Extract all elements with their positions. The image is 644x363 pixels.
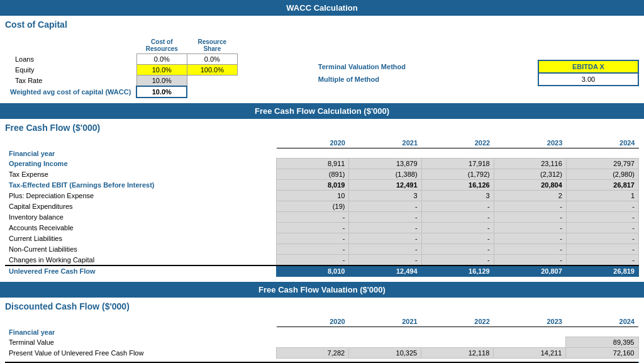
wacc-table: Cost of Resources Resource Share Loans 0… bbox=[5, 37, 238, 98]
val-row-terminal: Terminal Value 89,395 bbox=[5, 337, 638, 348]
ar-2020: - bbox=[277, 223, 349, 233]
fcf-year-2022: 2022 bbox=[421, 138, 494, 148]
fcf-label-empty bbox=[5, 138, 277, 148]
te-2021: (1,388) bbox=[349, 169, 421, 180]
fcf-row-capex: Capital Expenditures (19) - - - - bbox=[5, 201, 639, 212]
valuation-section-title: Discounted Cash Flow ($'000) bbox=[0, 298, 644, 314]
fcf-section-header: Free Cash Flow Calculation ($'000) bbox=[0, 103, 644, 119]
val-fy-blank-3 bbox=[494, 327, 566, 337]
tv-2024: 89,395 bbox=[566, 337, 638, 348]
terminal-value-2[interactable]: 3.00 bbox=[538, 73, 638, 86]
ncl-2021: - bbox=[349, 244, 421, 255]
terminal-row-1: Terminal Valuation Method EBITDA X bbox=[313, 60, 638, 73]
fy-blank-3 bbox=[494, 148, 566, 159]
equity-share[interactable]: 100.0% bbox=[187, 65, 237, 75]
ulfcf-2023: 20,807 bbox=[494, 265, 566, 277]
dep-2023: 2 bbox=[494, 191, 566, 201]
wacc-row-tax: Tax Rate 10.0% bbox=[5, 75, 237, 87]
inv-2022: - bbox=[421, 212, 494, 223]
cl-2020: - bbox=[277, 233, 349, 244]
wacc-col-header-2: Resource Share bbox=[187, 37, 237, 54]
wacc-cost[interactable]: 10.0% bbox=[136, 86, 187, 98]
val-fy-blank-4 bbox=[566, 327, 638, 337]
terminal-label-2: Multiple of Method bbox=[313, 73, 538, 86]
wacc-right-panel: Terminal Valuation Method EBITDA X Multi… bbox=[263, 35, 639, 98]
capex-2024: - bbox=[566, 201, 638, 212]
ebit-2020: 8,019 bbox=[277, 180, 349, 191]
val-label-empty bbox=[5, 316, 277, 327]
fy-blank-4 bbox=[566, 148, 638, 159]
val-financial-year-label: Financial year bbox=[5, 327, 277, 337]
val-row-financial-year: Financial year bbox=[5, 327, 638, 337]
wacc-row-loans: Loans 0.0% 0.0% bbox=[5, 54, 237, 65]
pv-2021: 10,325 bbox=[349, 348, 421, 359]
inventory-label: Inventory balance bbox=[5, 212, 277, 223]
ar-label: Accounts Receivable bbox=[5, 223, 277, 233]
capex-2020: (19) bbox=[277, 201, 349, 212]
loans-cost[interactable]: 0.0% bbox=[136, 54, 187, 65]
fcf-row-financial-year: Financial year bbox=[5, 148, 639, 159]
val-year-2024: 2024 bbox=[566, 316, 638, 327]
capex-label: Capital Expenditures bbox=[5, 201, 277, 212]
valuation-section: Free Cash Flow Valuation ($'000) Discoun… bbox=[0, 282, 644, 363]
pv-2020: 7,282 bbox=[277, 348, 349, 359]
tax-expense-label: Tax Expense bbox=[5, 169, 277, 180]
cl-label: Current Liabilities bbox=[5, 233, 277, 244]
fcf-year-header-row: 2020 2021 2022 2023 2024 bbox=[5, 138, 639, 148]
tv-2021 bbox=[349, 337, 421, 348]
val-fy-blank-0 bbox=[277, 327, 349, 337]
dep-2020: 10 bbox=[277, 191, 349, 201]
val-row-pv: Present Value of Unlevered Free Cash Flo… bbox=[5, 348, 638, 359]
operating-income-label: Operating Income bbox=[5, 159, 277, 169]
terminal-value-1[interactable]: EBITDA X bbox=[538, 60, 638, 73]
fcf-section: Free Cash Flow Calculation ($'000) Free … bbox=[0, 103, 644, 282]
oi-2020: 8,911 bbox=[277, 159, 349, 169]
fcf-row-ulfcf: Unlevered Free Cash Flow 8,010 12,494 16… bbox=[5, 265, 639, 277]
equity-label: Equity bbox=[5, 65, 136, 75]
fy-blank-0 bbox=[277, 148, 349, 159]
fcf-year-2023: 2023 bbox=[494, 138, 566, 148]
cl-2024: - bbox=[566, 233, 638, 244]
wacc-section-header: WACC Calculation bbox=[0, 0, 644, 16]
fcf-row-depreciation: Plus: Depreciation Expense 10 3 3 2 1 bbox=[5, 191, 639, 201]
dep-2021: 3 bbox=[349, 191, 421, 201]
tv-2020 bbox=[277, 337, 349, 348]
terminal-label-1: Terminal Valuation Method bbox=[313, 60, 538, 73]
pv-label: Present Value of Unlevered Free Cash Flo… bbox=[5, 348, 277, 359]
tv-2022 bbox=[421, 337, 494, 348]
ebit-2023: 20,804 bbox=[494, 180, 566, 191]
fcf-row-operating-income: Operating Income 8,911 13,879 17,918 23,… bbox=[5, 159, 639, 169]
wc-2023: - bbox=[494, 255, 566, 266]
wacc-section-title: Cost of Capital bbox=[0, 16, 644, 32]
ar-2023: - bbox=[494, 223, 566, 233]
ncl-2022: - bbox=[421, 244, 494, 255]
ulfcf-2022: 16,129 bbox=[421, 265, 494, 277]
cl-2021: - bbox=[349, 233, 421, 244]
fcf-year-2021: 2021 bbox=[349, 138, 421, 148]
te-2023: (2,312) bbox=[494, 169, 566, 180]
te-2022: (1,792) bbox=[421, 169, 494, 180]
ebit-label: Tax-Effected EBIT (Earnings Before Inter… bbox=[5, 180, 277, 191]
capex-2023: - bbox=[494, 201, 566, 212]
pv-2023: 14,211 bbox=[494, 348, 566, 359]
fcf-row-inventory: Inventory balance - - - - - bbox=[5, 212, 639, 223]
fcf-table: 2020 2021 2022 2023 2024 Financial year … bbox=[5, 138, 639, 277]
ar-2022: - bbox=[421, 223, 494, 233]
tax-cost[interactable]: 10.0% bbox=[136, 75, 187, 87]
ncl-2024: - bbox=[566, 244, 638, 255]
ebit-2024: 26,817 bbox=[566, 180, 638, 191]
equity-cost[interactable]: 10.0% bbox=[136, 65, 187, 75]
wc-2021: - bbox=[349, 255, 421, 266]
pv-2024: 72,160 bbox=[566, 348, 638, 359]
ebit-2022: 16,126 bbox=[421, 180, 494, 191]
ncl-label: Non-Current Liabilities bbox=[5, 244, 277, 255]
val-fy-blank-2 bbox=[421, 327, 494, 337]
loans-label: Loans bbox=[5, 54, 136, 65]
ar-2021: - bbox=[349, 223, 421, 233]
fy-blank-1 bbox=[349, 148, 421, 159]
cl-2023: - bbox=[494, 233, 566, 244]
tv-2023 bbox=[494, 337, 566, 348]
loans-share[interactable]: 0.0% bbox=[187, 54, 237, 65]
fcf-row-ncl: Non-Current Liabilities - - - - - bbox=[5, 244, 639, 255]
wacc-content: Cost of Resources Resource Share Loans 0… bbox=[0, 32, 644, 103]
